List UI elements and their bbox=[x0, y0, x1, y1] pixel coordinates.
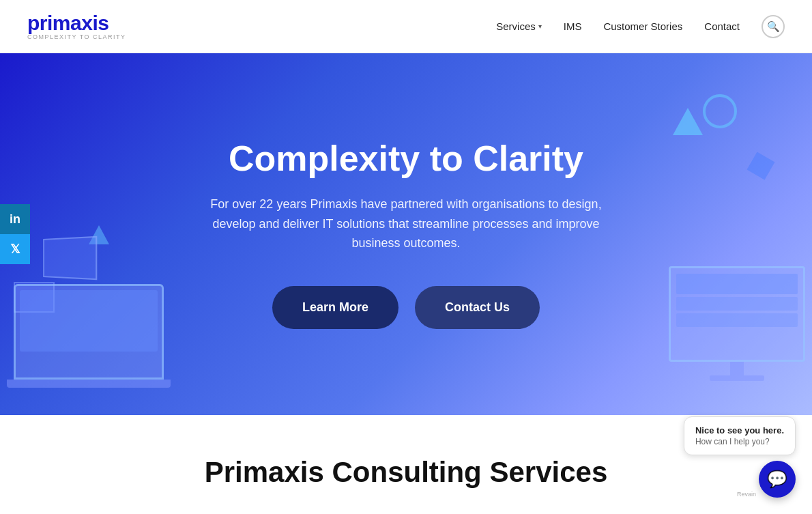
nav-contact[interactable]: Contact bbox=[704, 20, 740, 32]
triangle-shape bbox=[673, 108, 703, 135]
chat-greeting: Nice to see you here. bbox=[695, 425, 784, 436]
cube-shape bbox=[747, 152, 775, 180]
main-nav: Services ▾ IMS Customer Stories Contact … bbox=[496, 15, 785, 38]
monitor-line-1 bbox=[676, 274, 798, 294]
hero-title: Complexity to Clarity bbox=[229, 139, 583, 178]
chat-icon: 💬 bbox=[767, 470, 787, 489]
laptop-decoration bbox=[14, 284, 171, 388]
chevron-down-icon: ▾ bbox=[538, 23, 542, 30]
linkedin-icon: in bbox=[10, 212, 20, 227]
nav-services[interactable]: Services ▾ bbox=[496, 20, 542, 32]
social-sidebar: in 𝕏 bbox=[0, 204, 30, 264]
monitor-line-2 bbox=[676, 297, 798, 311]
laptop-screen-inner bbox=[20, 290, 158, 352]
header: primaxis Complexity to Clarity Services … bbox=[0, 0, 812, 53]
monitor-stand bbox=[730, 362, 744, 375]
laptop-screen bbox=[14, 284, 164, 380]
nav-customer-stories[interactable]: Customer Stories bbox=[603, 20, 682, 32]
chat-prompt: How can I help you? bbox=[695, 437, 784, 446]
twitter-button[interactable]: 𝕏 bbox=[0, 234, 30, 264]
contact-us-button[interactable]: Contact Us bbox=[415, 286, 540, 329]
laptop-base bbox=[7, 380, 171, 388]
logo[interactable]: primaxis Complexity to Clarity bbox=[27, 8, 136, 45]
search-button[interactable]: 🔍 bbox=[762, 15, 785, 38]
twitter-icon: 𝕏 bbox=[10, 242, 20, 257]
circle-shape bbox=[703, 94, 737, 128]
hero-section: in 𝕏 Complex bbox=[0, 53, 812, 415]
search-icon: 🔍 bbox=[767, 20, 780, 33]
monitor-line-3 bbox=[676, 313, 798, 327]
hero-subtitle: For over 22 years Primaxis have partnere… bbox=[201, 195, 611, 253]
chat-widget: Nice to see you here. How can I help you… bbox=[684, 416, 796, 498]
hero-buttons: Learn More Contact Us bbox=[272, 286, 540, 329]
logo-text: primaxis bbox=[27, 13, 108, 33]
triangle-shape-2 bbox=[89, 225, 109, 244]
monitor-decoration bbox=[669, 266, 805, 381]
cube-left-2-shape bbox=[14, 282, 55, 313]
section-heading: Primaxis Consulting Services bbox=[68, 456, 744, 489]
chat-badge: Revain bbox=[737, 491, 756, 498]
chat-bubble: Nice to see you here. How can I help you… bbox=[684, 416, 796, 455]
monitor-base bbox=[710, 375, 764, 381]
linkedin-button[interactable]: in bbox=[0, 204, 30, 234]
cube-left-shape bbox=[43, 236, 97, 280]
monitor-screen bbox=[669, 266, 805, 362]
learn-more-button[interactable]: Learn More bbox=[272, 286, 398, 329]
chat-open-button[interactable]: 💬 bbox=[759, 461, 796, 498]
logo-tagline: Complexity to Clarity bbox=[27, 33, 126, 40]
nav-ims[interactable]: IMS bbox=[564, 20, 582, 32]
